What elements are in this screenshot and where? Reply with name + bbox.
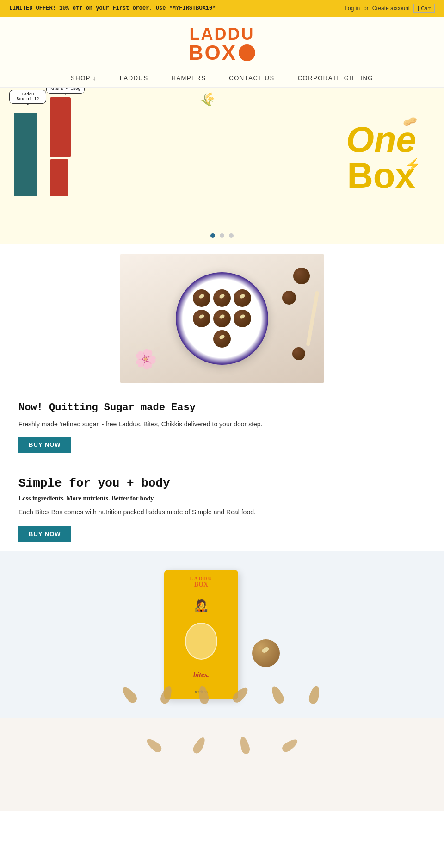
laddu-image-section: 🌸	[0, 244, 444, 388]
logo-box-row: BOX	[189, 43, 255, 63]
plate	[176, 272, 268, 365]
hero-boxes-left: LadduBox of 12 ChikkiBox of 12 Khara - 1…	[14, 97, 71, 196]
section-simple: Simple for you + body Less ingredients. …	[0, 462, 444, 551]
section1-title: Now! Quitting Sugar made Easy	[18, 402, 426, 413]
hero-one-text: One	[346, 121, 416, 157]
product-box-section: LADDU BOX 🧑‍🎤 bites. nutrition	[0, 551, 444, 718]
nav-link-hampers[interactable]: HAMPERS	[172, 75, 206, 81]
bottom-almond-3	[238, 736, 251, 755]
box-character-icon: 🧑‍🎤	[194, 599, 208, 612]
yellow-product-box: LADDU BOX 🧑‍🎤 bites. nutrition	[164, 570, 238, 699]
bottom-spacer	[0, 718, 444, 811]
laddu-group	[190, 289, 254, 348]
box-brand-line2: BOX	[190, 581, 212, 588]
or-separator: or	[364, 5, 369, 12]
almond-3	[197, 685, 210, 705]
section2-buy-button[interactable]: BUY NOW	[18, 526, 71, 542]
section1-buy-button[interactable]: BUY NOW	[18, 437, 71, 453]
carousel-dot-3[interactable]	[229, 233, 234, 238]
laddu-5	[213, 310, 231, 327]
box-product-name: bites.	[193, 671, 209, 679]
laddu-3	[234, 289, 251, 307]
nav-item-hampers[interactable]: HAMPERS	[172, 74, 206, 82]
laddu-4	[193, 310, 210, 327]
nut-top-icon: 🌾	[197, 89, 219, 111]
box-small	[50, 159, 68, 196]
carousel-dots	[0, 227, 444, 244]
almond-6	[308, 685, 321, 705]
section1-subtitle: Freshly made 'refined sugar' - free Ladd…	[18, 419, 426, 429]
laddu-2	[213, 289, 231, 307]
laddu-6	[234, 310, 251, 327]
header: LADDU BOX	[0, 17, 444, 68]
nav-item-contact[interactable]: CONTACT US	[229, 74, 274, 82]
scattered-laddu-2	[282, 291, 296, 305]
section-quitting-sugar: Now! Quitting Sugar made Easy Freshly ma…	[0, 388, 444, 462]
bottom-almonds	[0, 718, 444, 754]
nav-link-corporate[interactable]: CORPORATE GIFTING	[298, 75, 373, 81]
top-nav-right: Log in or Create account [ Cart	[345, 4, 435, 13]
carousel-dot-2[interactable]	[220, 233, 224, 238]
nav-item-shop[interactable]: SHOP ↓	[71, 74, 97, 82]
main-nav: SHOP ↓ LADDUS HAMPERS CONTACT US CORPORA…	[0, 68, 444, 88]
nav-link-laddus[interactable]: LADDUS	[120, 75, 148, 81]
almonds-bottom	[0, 686, 444, 704]
box-label-laddu: LadduBox of 12	[9, 90, 46, 104]
section2-desc: Each Bites Box comes with nutrition pack…	[18, 507, 426, 517]
box-window	[185, 623, 217, 660]
box-label-khara: Khara - 150g	[46, 88, 85, 94]
announcement-text: LIMITED OFFER! 10% off on your First ord…	[9, 5, 216, 12]
nav-item-corporate[interactable]: CORPORATE GIFTING	[298, 74, 373, 82]
hero-content: 🌾 🥜 LadduBox of 12 ChikkiBox of 12 Khara…	[0, 88, 444, 227]
box-medium: Khara - 150g	[50, 97, 71, 157]
laddu-product-image: 🌸	[120, 254, 324, 383]
section2-title: Simple for you + body	[18, 476, 426, 490]
box-group-tall: LadduBox of 12	[14, 113, 37, 196]
almond-5	[269, 684, 285, 705]
cart-area[interactable]: [ Cart	[413, 4, 435, 13]
almond-2	[159, 685, 174, 705]
bottom-almond-4	[280, 737, 299, 754]
create-account-link[interactable]: Create account	[372, 5, 410, 12]
mini-laddu-seed	[261, 646, 270, 654]
logo-dot-icon	[239, 44, 255, 61]
nav-item-laddus[interactable]: LADDUS	[120, 74, 148, 82]
logo[interactable]: LADDU BOX	[189, 26, 255, 63]
bottom-almond-2	[191, 736, 208, 755]
nav-link-shop[interactable]: SHOP ↓	[71, 75, 97, 81]
cart-label: Cart	[421, 6, 431, 11]
cart-bracket-open: [	[418, 6, 419, 11]
logo-laddu: LADDU	[189, 26, 255, 43]
login-link[interactable]: Log in	[345, 5, 360, 12]
bottom-almond-1	[145, 737, 164, 754]
section2-bold: Less ingredients. More nutrients. Better…	[18, 495, 426, 502]
lightning-icon: ⚡	[405, 157, 421, 173]
laddu-1	[193, 289, 210, 307]
scattered-laddu-1	[293, 268, 310, 284]
logo-box-text: BOX	[189, 43, 237, 63]
announcement-bar: LIMITED OFFER! 10% off on your First ord…	[0, 0, 444, 17]
box-brand-line1: LADDU	[190, 575, 212, 581]
box-tall	[14, 113, 37, 196]
box-brand: LADDU BOX	[190, 575, 212, 588]
hero-headline-area: One Box ⚡	[346, 121, 416, 194]
carousel-dot-1[interactable]	[210, 233, 215, 238]
hero-banner: 🌾 🥜 LadduBox of 12 ChikkiBox of 12 Khara…	[0, 88, 444, 227]
scattered-laddu-3	[292, 347, 305, 360]
nav-list: SHOP ↓ LADDUS HAMPERS CONTACT US CORPORA…	[71, 74, 373, 82]
box-group-medium: ChikkiBox of 12 Khara - 150g	[50, 97, 71, 196]
almond-1	[120, 685, 139, 705]
nav-link-contact[interactable]: CONTACT US	[229, 75, 274, 81]
almond-4	[231, 685, 250, 705]
laddu-7	[213, 330, 231, 348]
mini-laddu-beside	[252, 639, 280, 667]
